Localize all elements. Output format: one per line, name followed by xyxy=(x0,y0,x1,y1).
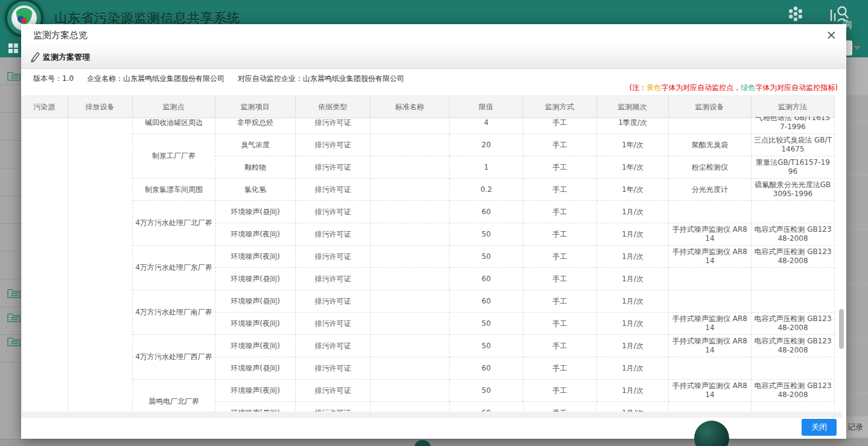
table-cell-limit: 20 xyxy=(450,134,523,156)
table-cell-basis: 排污许可证 xyxy=(296,201,371,223)
divider xyxy=(0,140,21,141)
table-cell-item: 环境噪声(夜间) xyxy=(215,313,296,335)
table-cell-limit: 4 xyxy=(450,116,523,134)
section-header: 监测方案管理 xyxy=(21,46,846,69)
table-cell-item: 环境噪声(夜间) xyxy=(215,223,296,246)
table-cell-limit: 50 xyxy=(450,380,523,402)
table-cell-item: 环境噪声(夜间) xyxy=(215,380,296,402)
background-grid-line xyxy=(846,121,868,121)
table-cell-device xyxy=(669,116,752,134)
plan-table-body[interactable]: 碱回收油罐区周边非甲烷总烃排污许可证4手工1季度/次气相色谱法 GB/T1615… xyxy=(21,116,842,412)
close-button[interactable]: 关闭 xyxy=(802,419,837,436)
column-header: 依据类型 xyxy=(295,96,370,118)
table-cell-item: 颗粒物 xyxy=(215,156,296,179)
column-header: 监测方法 xyxy=(751,96,834,118)
table-cell-device xyxy=(669,357,752,380)
table-cell-freq: 1月/次 xyxy=(597,402,669,412)
table-cell-mode: 手工 xyxy=(523,290,597,313)
column-header: 污染源 xyxy=(21,96,68,118)
apps-grid-icon[interactable] xyxy=(787,5,805,23)
column-header: 监测频次 xyxy=(596,96,668,118)
table-cell-basis: 排污许可证 xyxy=(296,246,371,268)
table-cell-mode: 手工 xyxy=(523,268,597,290)
table-row: 4万方污水处理厂北厂界环境噪声(昼间)排污许可证60手工1月/次 xyxy=(22,201,835,223)
folder-doc-icon[interactable] xyxy=(7,287,21,298)
column-header: 监测项目 xyxy=(215,96,295,118)
table-cell-standard xyxy=(371,380,450,402)
record-count-text: 记录 xyxy=(847,422,863,433)
table-cell-method: 三点比较式臭袋法 GB/T14675 xyxy=(752,134,835,156)
monitor-point-cell: 4万方污水处理厂西厂界 xyxy=(133,335,215,380)
table-row: 4万方污水处理厂南厂界环境噪声(昼间)排污许可证60手工1月/次 xyxy=(22,290,835,313)
table-cell-freq: 1月/次 xyxy=(597,290,669,313)
table-cell-limit: 50 xyxy=(450,335,523,357)
table-header-row: 污染源排放设备监测点监测项目依据类型标准名称限值监测方式监测频次监测设备监测方法 xyxy=(21,96,834,118)
folder-doc-icon[interactable] xyxy=(7,311,21,322)
close-icon[interactable]: × xyxy=(826,28,837,42)
table-cell-method: 重量法GB/T16157-1996 xyxy=(752,156,835,179)
table-cell-freq: 1月/次 xyxy=(597,380,669,402)
table-cell-mode: 手工 xyxy=(523,201,597,223)
table-cell-method: 电容式声压检测 GB12348-2008 xyxy=(752,335,835,357)
divider xyxy=(0,168,21,168)
table-cell-basis: 排污许可证 xyxy=(296,116,371,134)
dropdown-caret-icon[interactable] xyxy=(854,46,861,50)
folder-doc-icon[interactable] xyxy=(7,336,21,346)
modal-title: 监测方案总览 xyxy=(33,24,88,46)
vertical-scrollbar-thumb[interactable] xyxy=(839,309,844,349)
background-grid-line xyxy=(846,229,868,230)
table-cell-limit: 60 xyxy=(450,268,523,290)
table-row: 制浆工厂厂界臭气浓度排污许可证20手工1年/次聚酯无臭袋三点比较式臭袋法 GB/… xyxy=(22,134,835,156)
table-cell-method: 电容式声压检测 GB12348-2008 xyxy=(752,313,835,335)
table-cell-limit: 60 xyxy=(450,201,523,223)
table-cell-freq: 1月/次 xyxy=(597,335,669,357)
table-cell-freq: 1月/次 xyxy=(597,246,669,268)
monitor-point-cell: 4万方污水处理厂北厂界 xyxy=(133,201,215,246)
page-footer-bar xyxy=(0,439,868,446)
menu-grid-icon[interactable] xyxy=(8,43,18,53)
table-cell-limit: 50 xyxy=(450,223,523,246)
monitoring-plan-modal: 监测方案总览 × 监测方案管理 版本号：1.0 企业名称：山东晨鸣纸业集团股份有… xyxy=(21,24,846,439)
table-cell-device: 手持式噪声监测仪 AR814 xyxy=(669,335,752,357)
divider xyxy=(0,223,21,224)
table-cell-basis: 排污许可证 xyxy=(296,134,371,156)
table-cell-basis: 排污许可证 xyxy=(296,290,371,313)
table-cell-item: 非甲烷总烃 xyxy=(215,116,296,134)
divider xyxy=(0,279,21,279)
table-cell-freq: 1月/次 xyxy=(597,201,669,223)
background-toolbar-fragment xyxy=(846,57,868,95)
table-cell-method: 电容式声压检测 GB12348-2008 xyxy=(752,246,835,268)
folder-doc-icon[interactable] xyxy=(7,70,21,81)
table-cell-method: 硫氰酸汞分光光度法GB3095-1996 xyxy=(752,179,835,201)
column-header: 标准名称 xyxy=(370,96,449,118)
table-cell-basis: 排污许可证 xyxy=(296,402,371,412)
table-cell-method xyxy=(752,268,835,290)
table-cell-device xyxy=(669,290,752,313)
table-cell-item: 氯化氢 xyxy=(215,179,296,201)
table-cell-device: 分光光度计 xyxy=(669,179,752,201)
table-cell-item: 环境噪声(昼间) xyxy=(215,290,296,313)
table-cell-item: 环境噪声(昼间) xyxy=(215,402,296,412)
table-cell-freq: 1季度/次 xyxy=(597,116,669,134)
table-cell-mode: 手工 xyxy=(523,357,597,380)
table-cell-mode: 手工 xyxy=(523,116,597,134)
table-cell-mode: 手工 xyxy=(523,179,597,201)
table-cell-standard xyxy=(371,246,450,268)
table-cell-method: 电容式声压检测 GB12348-2008 xyxy=(752,380,835,402)
table-cell-device: 手持式噪声监测仪 AR814 xyxy=(669,246,752,268)
background-grid-line xyxy=(846,284,868,284)
table-cell-method xyxy=(752,357,835,380)
horizontal-scrollbar-track[interactable] xyxy=(21,412,842,418)
table-cell-standard xyxy=(371,268,450,290)
table-cell-mode: 手工 xyxy=(523,335,597,357)
table-cell-basis: 排污许可证 xyxy=(296,313,371,335)
divider xyxy=(0,84,21,85)
column-header: 排放设备 xyxy=(68,96,132,118)
table-cell-limit: 60 xyxy=(450,402,523,412)
table-cell-device: 手持式噪声监测仪 AR814 xyxy=(669,380,752,402)
screen: 山东省污染源监测信息共享系统 询 xyxy=(0,0,868,446)
monitor-point-cell: 制浆氯漂车间周围 xyxy=(133,179,215,201)
column-header: 限值 xyxy=(449,96,523,118)
table-cell-device: 手持式噪声监测仪 AR814 xyxy=(669,313,752,335)
table-cell-mode: 手工 xyxy=(523,223,597,246)
